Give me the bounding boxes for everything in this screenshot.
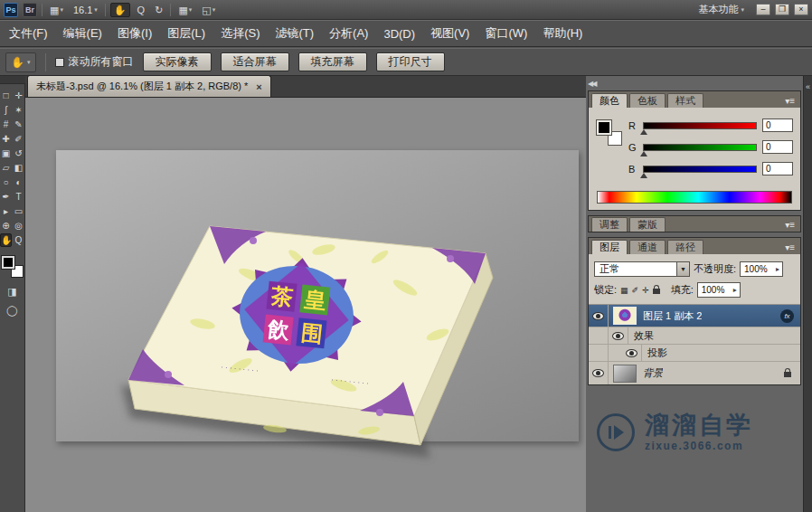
color-spectrum-ramp[interactable] bbox=[597, 191, 792, 204]
screen-mode-toggle-icon[interactable]: ◯ bbox=[6, 305, 17, 316]
tool-pen[interactable]: ✒ bbox=[0, 190, 12, 204]
panel-menu-icon[interactable]: ▾≡ bbox=[782, 242, 798, 254]
tab-layers[interactable]: 图层 bbox=[591, 240, 628, 254]
tool-gradient[interactable]: ◧ bbox=[13, 161, 24, 175]
tool-path-selection[interactable]: ▸ bbox=[0, 204, 12, 218]
layer-row-background[interactable]: 背景 bbox=[589, 362, 800, 384]
layer-style-icon[interactable]: fx bbox=[780, 309, 794, 323]
canvas-area[interactable]: 茶 皇 飲 围 · · · · · · · · · · · · · · · · … bbox=[25, 98, 586, 512]
green-slider-handle[interactable] bbox=[640, 151, 647, 156]
blue-slider[interactable] bbox=[643, 166, 757, 173]
quick-mask-icon[interactable]: ◨ bbox=[7, 286, 16, 297]
tool-zoom[interactable]: Q bbox=[13, 233, 24, 247]
collapse-panels-icon[interactable]: ◀◀ bbox=[588, 80, 595, 88]
menu-edit[interactable]: 编辑(E) bbox=[63, 25, 102, 42]
tool-crop[interactable]: # bbox=[0, 118, 12, 131]
menu-file[interactable]: 文件(F) bbox=[9, 25, 48, 42]
tool-brush[interactable]: ✐ bbox=[13, 132, 24, 146]
tool-blur[interactable]: ○ bbox=[0, 175, 12, 189]
lock-position-icon[interactable]: ✛ bbox=[642, 286, 649, 295]
green-slider[interactable] bbox=[643, 144, 757, 151]
tab-masks[interactable]: 蒙版 bbox=[629, 217, 666, 232]
blend-mode-select[interactable]: 正常 ▼ bbox=[594, 261, 690, 277]
eye-icon[interactable] bbox=[592, 312, 604, 320]
visibility-cell[interactable] bbox=[589, 362, 609, 384]
tool-3d-orbit[interactable]: ◎ bbox=[13, 219, 24, 232]
red-slider[interactable] bbox=[643, 122, 757, 129]
tab-adjustments[interactable]: 调整 bbox=[591, 217, 628, 232]
red-slider-handle[interactable] bbox=[640, 129, 647, 135]
layer-thumbnail[interactable] bbox=[613, 307, 637, 325]
layer-row-drop-shadow[interactable]: 投影 bbox=[589, 345, 800, 362]
visibility-cell[interactable] bbox=[622, 345, 642, 361]
lock-pixels-icon[interactable]: ✐ bbox=[632, 286, 639, 295]
scrubby-arrow-icon[interactable]: ▸ bbox=[776, 265, 779, 273]
close-button[interactable]: × bbox=[794, 4, 808, 15]
layer-thumbnail[interactable] bbox=[613, 365, 637, 383]
layer-name[interactable]: 背景 bbox=[643, 366, 663, 380]
dock-collapse-strip[interactable]: « bbox=[803, 76, 812, 512]
layer-row-layer1-copy2[interactable]: 图层 1 副本 2 fx bbox=[589, 305, 800, 327]
layer-name[interactable]: 图层 1 副本 2 bbox=[643, 309, 702, 323]
lock-transparency-icon[interactable]: ▦ bbox=[620, 286, 628, 295]
launch-bridge-icon[interactable]: Br bbox=[23, 3, 37, 17]
foreground-color-swatch[interactable] bbox=[597, 120, 611, 135]
effects-label[interactable]: 效果 bbox=[634, 329, 654, 343]
fit-screen-button[interactable]: 适合屏幕 bbox=[221, 52, 289, 71]
view-extras-icon[interactable]: ▦▾ bbox=[47, 3, 66, 17]
tool-eyedropper[interactable]: ✎ bbox=[13, 118, 24, 131]
tool-magic-wand[interactable]: ✶ bbox=[13, 103, 24, 117]
foreground-color-swatch[interactable] bbox=[2, 256, 14, 269]
document-tab[interactable]: 未标题-3.psd @ 16.1% (图层 1 副本 2, RGB/8) * × bbox=[27, 75, 271, 97]
rotate-view-icon[interactable]: ↻ bbox=[152, 3, 165, 17]
menu-view[interactable]: 视图(V) bbox=[430, 25, 469, 42]
zoom-tool-icon[interactable]: Q bbox=[135, 3, 148, 17]
menu-image[interactable]: 图像(I) bbox=[118, 25, 152, 42]
menu-window[interactable]: 窗口(W) bbox=[485, 25, 527, 42]
panel-menu-icon[interactable]: ▾≡ bbox=[782, 96, 798, 108]
hand-tool-icon[interactable]: ✋ bbox=[110, 3, 130, 17]
checkbox-box[interactable] bbox=[55, 58, 64, 67]
tool-move[interactable]: ✛ bbox=[13, 89, 24, 102]
tool-lasso[interactable]: ʃ bbox=[0, 103, 12, 117]
tool-type[interactable]: T bbox=[13, 190, 24, 204]
print-size-button[interactable]: 打印尺寸 bbox=[376, 52, 445, 71]
arrange-documents-icon[interactable]: ▦▾ bbox=[175, 3, 194, 17]
menu-help[interactable]: 帮助(H) bbox=[543, 25, 582, 42]
panel-menu-icon[interactable]: ▾≡ bbox=[782, 220, 798, 232]
workspace-switcher[interactable]: 基本功能▾ bbox=[698, 3, 744, 16]
menu-filter[interactable]: 滤镜(T) bbox=[275, 25, 314, 42]
blue-slider-handle[interactable] bbox=[640, 173, 647, 178]
tool-shape[interactable]: ▭ bbox=[13, 204, 24, 218]
layer-row-effects[interactable]: 效果 bbox=[589, 327, 800, 345]
drop-shadow-label[interactable]: 投影 bbox=[647, 346, 667, 360]
tool-healing-brush[interactable]: ✚ bbox=[0, 132, 12, 146]
minimize-button[interactable]: – bbox=[756, 4, 770, 15]
tab-close-icon[interactable]: × bbox=[256, 81, 261, 92]
menu-select[interactable]: 选择(S) bbox=[221, 25, 260, 42]
menu-layer[interactable]: 图层(L) bbox=[167, 25, 205, 42]
fill-field[interactable]: 100% ▸ bbox=[697, 282, 741, 298]
tab-paths[interactable]: 路径 bbox=[667, 240, 703, 254]
tool-dodge[interactable]: ◐ bbox=[13, 175, 24, 189]
tool-rectangular-marquee[interactable]: □ bbox=[0, 89, 12, 102]
lock-all-icon[interactable] bbox=[653, 289, 660, 294]
green-value-field[interactable]: 0 bbox=[762, 140, 793, 154]
fill-screen-button[interactable]: 填充屏幕 bbox=[298, 52, 367, 71]
tools-panel-grip[interactable] bbox=[0, 76, 25, 84]
tool-clone-stamp[interactable]: ▣ bbox=[0, 147, 12, 160]
zoom-level-field[interactable]: 16.1▾ bbox=[71, 5, 100, 15]
screen-mode-icon[interactable]: ◱▾ bbox=[199, 3, 218, 17]
scroll-all-windows-checkbox[interactable]: 滚动所有窗口 bbox=[55, 54, 134, 70]
actual-pixels-button[interactable]: 实际像素 bbox=[143, 52, 212, 71]
red-value-field[interactable]: 0 bbox=[762, 119, 793, 132]
collapse-arrows-icon[interactable]: « bbox=[806, 82, 810, 91]
tool-history-brush[interactable]: ↺ bbox=[13, 147, 24, 160]
tab-color[interactable]: 颜色 bbox=[591, 93, 628, 108]
tab-channels[interactable]: 通道 bbox=[629, 240, 666, 254]
eye-icon[interactable] bbox=[612, 332, 624, 340]
tab-styles[interactable]: 样式 bbox=[667, 93, 703, 108]
menu-analysis[interactable]: 分析(A) bbox=[329, 25, 368, 42]
tool-preset-picker[interactable]: ✋▾ bbox=[5, 52, 36, 72]
tool-hand[interactable]: ✋ bbox=[0, 233, 12, 247]
